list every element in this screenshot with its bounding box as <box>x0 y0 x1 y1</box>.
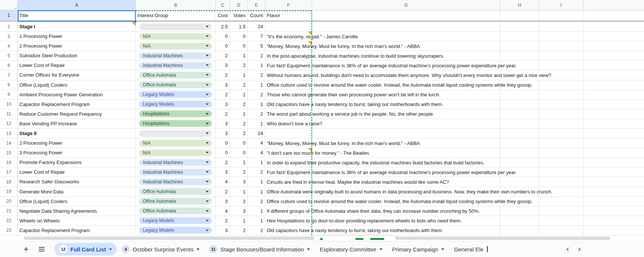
cell-cost[interactable]: 2 <box>216 158 230 167</box>
cell-h[interactable] <box>500 158 539 167</box>
cell-count[interactable]: 24 <box>248 22 265 32</box>
cell-i[interactable] <box>539 216 583 226</box>
cell-flavor[interactable] <box>265 138 312 148</box>
cell-count[interactable]: 2 <box>248 226 265 235</box>
cell-cost[interactable]: 3 <box>216 197 230 206</box>
cell-flavor[interactable] <box>265 119 312 129</box>
cell-h[interactable] <box>500 148 539 158</box>
cell-votes[interactable]: 2 <box>230 197 248 206</box>
cell-votes[interactable]: 2 <box>230 167 248 177</box>
interest-group-chip[interactable]: Industrial Machines <box>139 169 212 176</box>
cell-count[interactable]: 1 <box>248 187 265 197</box>
cell-votes[interactable]: 0 <box>230 148 248 158</box>
cell-h[interactable] <box>500 61 539 70</box>
cell-title[interactable]: Stage II <box>18 129 136 138</box>
fill-handle[interactable] <box>134 20 137 23</box>
column-header-G[interactable]: G <box>312 0 500 10</box>
cell-overflow[interactable] <box>583 51 644 61</box>
interest-group-chip[interactable]: Office Automata <box>139 198 212 205</box>
cell-count[interactable]: 4 <box>248 138 265 148</box>
cell-i[interactable] <box>539 129 583 138</box>
row-header-19[interactable]: 19 <box>0 187 18 197</box>
cell-h[interactable] <box>500 80 539 90</box>
cell-i[interactable] <box>539 41 583 51</box>
cell-i[interactable] <box>539 148 583 158</box>
cell-i[interactable] <box>539 61 583 70</box>
cell-i[interactable] <box>539 22 583 32</box>
cell-votes[interactable]: 2 <box>230 100 248 109</box>
cell-votes[interactable]: 1.5 <box>230 22 248 32</box>
cell-g[interactable] <box>312 187 500 197</box>
all-sheets-button[interactable] <box>36 244 47 254</box>
cell-count[interactable]: 1 <box>248 80 265 90</box>
cell-flavor[interactable] <box>265 129 312 138</box>
cell-votes[interactable]: 1 <box>230 187 248 197</box>
cell-title[interactable]: 1 Processing Power <box>18 32 136 41</box>
cell-title[interactable]: 3 Processing Power <box>18 148 136 158</box>
cell-i[interactable] <box>539 206 583 216</box>
cell-header-title[interactable]: Title <box>18 10 136 20</box>
cell-h[interactable] <box>500 119 539 129</box>
column-header-C[interactable]: C <box>216 0 230 10</box>
cell-title[interactable]: Office (Liquid) Coolers <box>18 197 136 206</box>
cell-h[interactable] <box>500 138 539 148</box>
cell-cost[interactable]: 3 <box>216 61 230 70</box>
interest-group-chip[interactable]: Legacy Models <box>139 217 212 224</box>
cell-overflow[interactable] <box>583 226 644 235</box>
cell-interest-group[interactable]: N/A <box>136 32 216 41</box>
row-header-21[interactable]: 21 <box>0 206 18 216</box>
cell-flavor[interactable] <box>265 158 312 167</box>
cell-interest-group[interactable]: Hospitalitons <box>136 119 216 129</box>
cell-cost[interactable]: 3 <box>216 167 230 177</box>
cell-votes[interactable]: 1 <box>230 90 248 100</box>
cell-votes[interactable]: 1 <box>230 216 248 226</box>
cell-interest-group[interactable]: Office Automata <box>136 197 216 206</box>
cell-h[interactable] <box>500 100 539 109</box>
row-header-3[interactable]: 3 <box>0 32 18 41</box>
cell-votes[interactable]: 2 <box>230 129 248 138</box>
cell-header-votes[interactable]: Votes <box>230 10 248 20</box>
cell-g[interactable] <box>312 216 500 226</box>
cell-g[interactable] <box>312 158 500 167</box>
cell-overflow[interactable] <box>583 80 644 90</box>
cell-i[interactable] <box>539 51 583 61</box>
interest-group-chip[interactable]: N/A <box>139 150 212 156</box>
interest-group-chip[interactable]: Legacy Models <box>139 101 212 107</box>
cell-cost[interactable]: 2 <box>216 187 230 197</box>
cell-flavor[interactable] <box>265 90 312 100</box>
cell-h[interactable] <box>500 129 539 138</box>
cell-flavor[interactable] <box>265 206 312 216</box>
interest-group-chip[interactable]: Office Automata <box>139 208 212 214</box>
cell-cost[interactable]: 4 <box>216 206 230 216</box>
cell-title[interactable]: Lower Cost of Repair <box>18 61 136 70</box>
cell-h[interactable] <box>500 206 539 216</box>
cell-h[interactable] <box>500 70 539 80</box>
cell-count[interactable]: 24 <box>248 129 265 138</box>
cell-votes[interactable]: 3 <box>230 206 248 216</box>
cell-flavor[interactable] <box>265 22 312 32</box>
cell-h[interactable] <box>500 226 539 235</box>
cell-overflow[interactable] <box>583 41 644 51</box>
cell-cost[interactable]: 2 <box>216 216 230 226</box>
cell-title[interactable]: Stage I <box>18 22 136 32</box>
cell-g[interactable] <box>312 167 500 177</box>
cell-title[interactable]: Base Vending PP Increase <box>18 119 136 129</box>
cell-overflow[interactable] <box>583 100 644 109</box>
cell-g[interactable] <box>312 148 500 158</box>
cell-flavor[interactable] <box>265 41 312 51</box>
cell-g[interactable] <box>312 197 500 206</box>
cell-flavor[interactable] <box>265 70 312 80</box>
scroll-tabs-right-icon[interactable]: › <box>578 245 581 253</box>
cell-interest-group[interactable] <box>136 22 216 32</box>
row-header-15[interactable]: 15 <box>0 148 18 158</box>
cell-g[interactable] <box>312 80 500 90</box>
cell-title[interactable]: Reduce Customer Request Frequency <box>18 109 136 119</box>
column-header-B[interactable]: B <box>136 0 216 10</box>
cell-count[interactable]: 2 <box>248 51 265 61</box>
cell-cost[interactable]: 3 <box>216 119 230 129</box>
cell-h[interactable] <box>500 41 539 51</box>
interest-group-chip[interactable]: Industrial Machines <box>139 179 212 185</box>
cell-i[interactable] <box>539 226 583 235</box>
cell-flavor[interactable] <box>265 187 312 197</box>
row-header-13[interactable]: 13 <box>0 129 18 138</box>
